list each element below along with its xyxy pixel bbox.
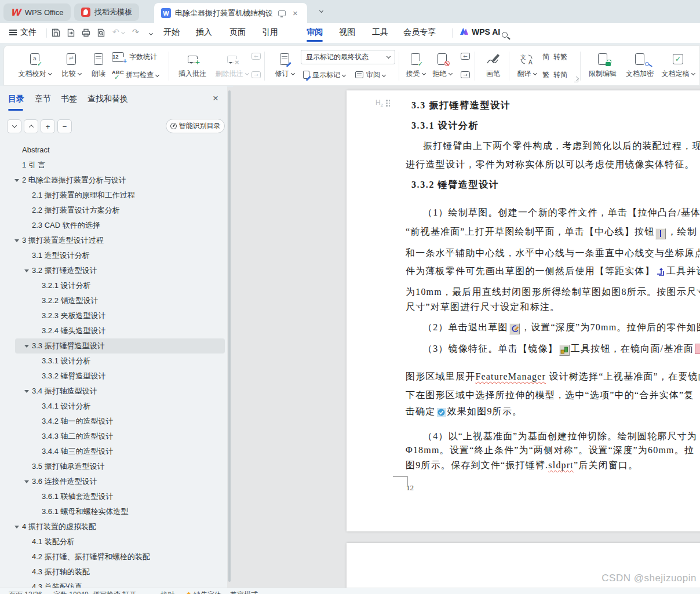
sidebar-tab-toc[interactable]: 目录 [8,94,24,104]
h2-heading-marker[interactable]: H2 [375,99,390,108]
document-text-line[interactable]: 击确定效果如图9所示。 [406,404,522,418]
zoom-out-toc-button[interactable]: − [57,119,72,133]
drag-handle-icon[interactable] [386,100,390,107]
document-heading[interactable]: 3.3 振打锤臂造型设计 [411,99,511,112]
document-heading[interactable]: 3.3.2 锤臂造型设计 [411,178,499,192]
restrict-editing-button[interactable]: 限制编辑 [585,50,621,79]
document-text-line[interactable]: （3）镜像特征。单击【镜像】工具按钮，在镜向面/基准面 [423,342,700,356]
toc-item[interactable]: 3.2.1 设计分析 [0,278,227,293]
finalize-document-button[interactable]: ✓ 文档定稿 [659,50,697,79]
menu-item-member[interactable]: 会员专享 [403,27,436,38]
smart-recognize-toc-button[interactable]: 智能识别目录 [166,119,225,133]
collapse-triangle-icon[interactable] [14,526,19,529]
accept-button[interactable]: ✓ 接受 [403,50,428,79]
save-icon[interactable] [51,28,61,38]
tab-document-active[interactable]: W 电除尘器振打装置机械结构设 × [154,3,307,23]
toc-item[interactable]: Abstract [0,143,227,158]
toc-item[interactable]: 3.4.3 轴二的造型设计 [0,429,227,444]
toc-item[interactable]: 3.3 振打锤臂造型设计 [0,338,227,354]
document-text-line[interactable]: 振打锤臂由上下两个零件构成，考虑到简化以后的装配过程，现按 [423,139,700,153]
toc-item[interactable]: 3.3.1 设计分析 [0,354,227,369]
document-page-13[interactable] [347,543,700,594]
document-text-line[interactable]: 下在图形区域中选择所拉伸的模型，选中“选项”中的“合并实体”复 [406,388,694,402]
document-text-line[interactable]: “前视基准面”上打开草图绘制平面，单击【中心线】按钮，绘制 [406,225,697,239]
expand-toc-button[interactable] [24,119,38,133]
encrypt-document-button[interactable]: 文档加密 [622,50,658,79]
toc-item[interactable]: 3.4 振打轴造型设计 [0,384,227,399]
spell-check-button[interactable]: ABC✓ 拼写检查 [112,68,159,82]
toc-item[interactable]: 4.2 振打锤、振打锤臂和螺栓的装配 [0,549,227,564]
sidebar-scrollbar[interactable] [228,90,231,582]
compare-button[interactable]: ⇄ 比较 [56,50,86,79]
tab-wps-office[interactable]: W WPS Office [3,3,71,21]
toc-item[interactable]: 3.5 振打轴承造型设计 [0,459,227,474]
wps-ai-button[interactable]: WPS AI [460,27,500,37]
status-item[interactable]: 页面 12/26 [9,588,42,594]
next-change-icon[interactable]: → [457,67,474,82]
to-simplified-button[interactable]: 繁转简 [542,68,567,82]
zoom-in-toc-button[interactable]: + [41,119,55,133]
menu-item-tools[interactable]: 工具 [372,27,388,38]
monitor-icon[interactable] [278,10,286,16]
word-count-button[interactable]: 12 字数统计 [112,50,157,64]
review-pane-button[interactable]: 审阅 [355,68,385,82]
toc-item[interactable]: 2 电除尘器振打装置分析与设计 [0,173,227,188]
document-text-line[interactable]: 为10mm，最后用直线封闭图形所得绘制草图如图8所示。按图示尺寸使 [406,285,700,299]
sidebar-tab-chapters[interactable]: 章节 [35,94,51,104]
toc-item[interactable]: 3 振打装置造型设计过程 [0,233,227,248]
menu-item-home[interactable]: 开始 [163,27,180,38]
collapse-triangle-icon[interactable] [14,239,19,242]
print-icon[interactable] [81,28,92,38]
brush-button[interactable]: 画笔 [479,50,507,79]
toc-item[interactable]: 4 振打装置的虚拟装配 [0,519,227,534]
toc-item[interactable]: 3.4.4 轴三的造型设计 [0,444,227,459]
collapse-toc-button[interactable] [7,119,21,133]
status-item[interactable]: 缺失字体 [187,588,221,594]
document-text-line[interactable]: 和一条水平辅助中心线，水平中心线与一条垂直中心线交与坐标原点， [406,246,700,260]
toc-item[interactable]: 3.6.1 螺母和螺栓实体造型 [0,504,227,519]
insert-comment-button[interactable]: + 插入批注 [174,50,210,79]
menu-item-review-active[interactable]: 审阅 [307,27,323,38]
toc-item[interactable]: 2.2 振打装置设计方案分析 [0,203,227,218]
document-text-line[interactable]: 尺寸”对草图进行尺寸设定和标注。 [406,300,560,314]
collapse-triangle-icon[interactable] [24,269,29,272]
toc-item[interactable]: 3.4.2 轴一的造型设计 [0,414,227,429]
toc-item[interactable]: 4.1 装配分析 [0,534,227,549]
document-text-line[interactable]: （2）单击退出草图，设置“深度”为70mm。拉伸后的零件如图 [423,320,700,334]
status-item[interactable]: 校对 [161,588,174,594]
markup-state-select[interactable]: 显示标记的最终状态 [301,50,395,64]
menu-item-view[interactable]: 视图 [339,27,355,38]
status-item[interactable]: 兼容模式 [230,588,258,594]
document-text-line[interactable]: 进行造型设计，零件为对称实体所以可以考虑使用镜像实体特征。 [406,158,695,172]
toc-item[interactable]: 3.1 造型设计分析 [0,248,227,263]
toc-item[interactable]: 3.2.3 夹板造型设计 [0,308,227,323]
toc-item[interactable]: 3.2 振打锤造型设计 [0,263,227,278]
translate-button[interactable]: 文A 翻译 [513,50,541,79]
close-sidebar-icon[interactable]: × [213,93,218,104]
reject-button[interactable]: 拒绝 [429,50,455,79]
status-item[interactable]: 字数 10049 [53,588,89,594]
document-page-12[interactable]: 3.3 振打锤臂造型设计3.3.1 设计分析振打锤臂由上下两个零件构成，考虑到简… [347,90,700,531]
tab-list-chevron-icon[interactable] [319,9,323,13]
undo-redo-chevron-icon[interactable] [149,31,153,35]
collapse-triangle-icon[interactable] [24,390,29,393]
collapse-triangle-icon[interactable] [14,179,19,182]
show-markup-button[interactable]: 显示标记 [303,68,345,82]
close-tab-icon[interactable]: × [290,8,300,19]
toc-item[interactable]: 3.4.1 设计分析 [0,399,227,414]
document-text-line[interactable]: 图形区域里展开FeatureManager 设计树选择“上视基准面”，在要镜向的 [406,370,700,384]
toc-item[interactable]: 3.2.4 锤头造型设计 [0,323,227,338]
toc-item[interactable]: 1 引 言 [0,158,227,173]
toc-item[interactable]: 3.3.2 锤臂造型设计 [0,369,227,384]
group-expand-icon[interactable] [574,78,578,82]
document-text-line[interactable]: （1）绘制草图。创建一个新的零件文件，单击【拉伸凸台/基体】 [423,206,700,220]
sidebar-tab-bookmarks[interactable]: 书签 [61,94,77,104]
sidebar-tab-find-replace[interactable]: 查找和替换 [88,94,128,104]
tab-docer-templates[interactable]: 找稻壳模板 [74,3,139,21]
redo-icon[interactable]: ↷ [132,27,139,37]
previous-change-icon[interactable]: ← [457,49,474,64]
toc-item[interactable]: 3.2.2 销造型设计 [0,293,227,308]
document-text-line[interactable]: 图9所示。保存到文件“振打锤臂.sldprt”后关闭窗口。 [406,458,638,472]
toc-item[interactable]: 2.1 振打装置的原理和工作过程 [0,188,227,203]
document-text-line[interactable]: 件为薄板零件可先画出草图的一侧然后使用【等距实体】工具并设置 [406,264,700,278]
